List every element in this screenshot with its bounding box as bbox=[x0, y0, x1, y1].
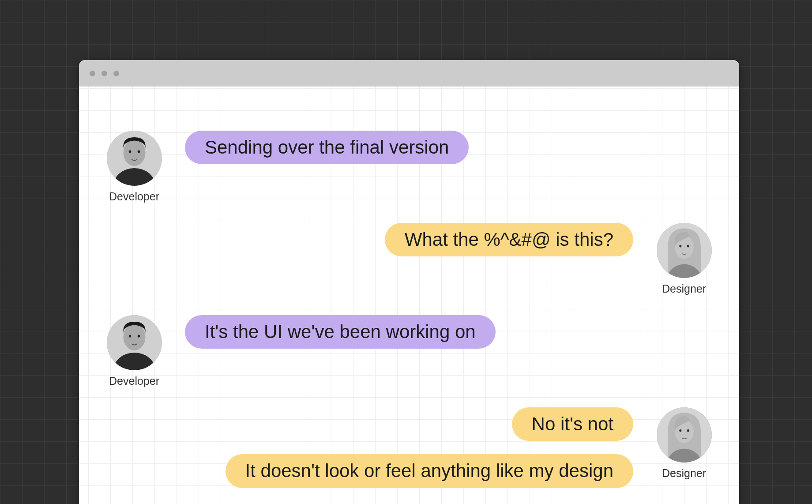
role-label-developer: Developer bbox=[109, 190, 159, 203]
role-label-developer: Developer bbox=[109, 375, 159, 387]
role-label-designer: Designer bbox=[662, 282, 706, 295]
chat-bubble: It's the UI we've been working on bbox=[185, 315, 496, 349]
svg-point-16 bbox=[128, 335, 131, 337]
chat-content: Developer Sending over the final version bbox=[79, 87, 739, 504]
chat-bubble: No it's not bbox=[512, 407, 633, 441]
chat-bubble: It doesn't look or feel anything like my… bbox=[226, 454, 633, 488]
chat-bubble: What the %^&#@ is this? bbox=[385, 223, 633, 256]
actor-designer: Designer bbox=[655, 407, 713, 488]
actor-developer: Developer bbox=[105, 315, 163, 387]
window-maximize-icon[interactable] bbox=[113, 71, 119, 76]
window-minimize-icon[interactable] bbox=[102, 71, 107, 76]
chat-row-developer: Developer Sending over the final version bbox=[105, 131, 713, 203]
svg-point-15 bbox=[123, 324, 145, 350]
svg-point-22 bbox=[679, 429, 681, 432]
svg-point-4 bbox=[128, 150, 131, 153]
chat-bubble: Sending over the final version bbox=[185, 131, 469, 164]
svg-point-23 bbox=[687, 429, 689, 432]
window-title-bar bbox=[79, 60, 739, 87]
svg-point-5 bbox=[137, 150, 140, 153]
svg-point-11 bbox=[687, 245, 689, 248]
role-label-designer: Designer bbox=[662, 467, 706, 480]
window-close-icon[interactable] bbox=[90, 71, 95, 76]
chat-row-designer: Designer No it's not It doesn't look or … bbox=[105, 407, 713, 488]
avatar-designer bbox=[657, 407, 712, 463]
svg-point-3 bbox=[123, 139, 145, 166]
chat-row-developer: Developer It's the UI we've been working… bbox=[105, 315, 713, 387]
avatar-designer bbox=[657, 223, 712, 278]
avatar-developer bbox=[107, 131, 162, 186]
svg-point-17 bbox=[137, 335, 140, 337]
actor-developer: Developer bbox=[105, 131, 163, 203]
actor-designer: Designer bbox=[655, 223, 713, 295]
chat-row-designer: Designer What the %^&#@ is this? bbox=[105, 223, 713, 295]
svg-point-10 bbox=[679, 245, 681, 248]
avatar-developer bbox=[107, 315, 162, 370]
browser-window: Developer Sending over the final version bbox=[79, 60, 739, 504]
